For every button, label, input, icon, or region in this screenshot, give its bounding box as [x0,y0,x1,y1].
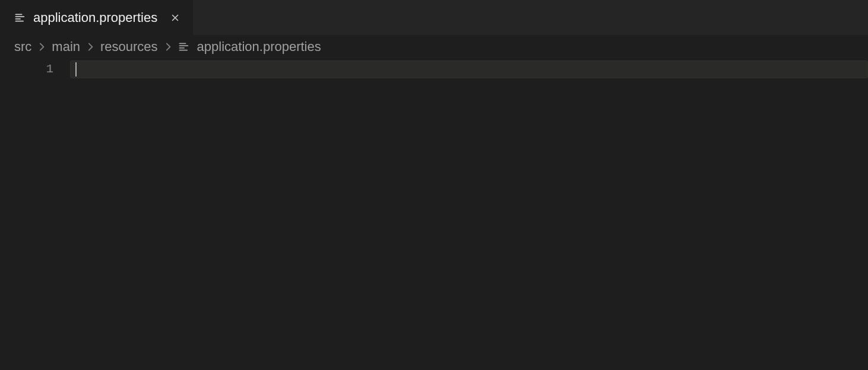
breadcrumb-segment-main[interactable]: main [52,39,80,55]
tab-label: application.properties [33,10,157,25]
text-cursor [75,62,77,76]
breadcrumb-file-label: application.properties [197,39,321,55]
close-icon[interactable] [168,11,182,25]
gutter: 1 [0,58,70,370]
chevron-right-icon [163,42,173,52]
line-number[interactable]: 1 [0,60,53,78]
breadcrumb-segment-src[interactable]: src [14,39,31,55]
breadcrumb-segment-resources[interactable]: resources [100,39,158,55]
editor: 1 [0,58,868,370]
breadcrumb-file[interactable]: application.properties [178,39,321,55]
chevron-right-icon [85,42,96,52]
code-area[interactable] [70,58,868,370]
current-line [70,60,868,78]
file-properties-icon [14,12,26,24]
chevron-right-icon [36,42,47,52]
tab-application-properties[interactable]: application.properties [0,0,194,35]
file-properties-icon [178,41,190,53]
tab-bar: application.properties [0,0,868,36]
breadcrumb: src main resources application.propertie… [0,36,868,58]
